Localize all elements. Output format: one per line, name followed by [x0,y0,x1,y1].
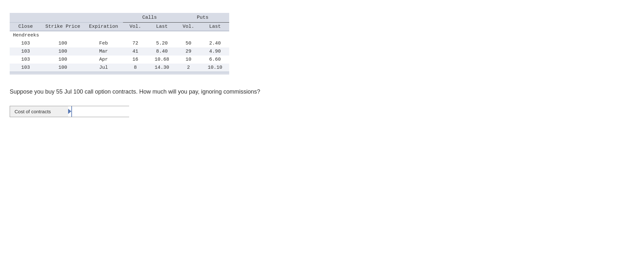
cell-strike: 100 [42,47,84,56]
cell-strike: 100 [42,64,84,72]
cell-strike: 100 [42,39,84,47]
puts-header: Puts [176,13,229,23]
subheader-calls-last: Last [148,23,176,31]
cell-strike: 100 [42,56,84,64]
cell-close: 103 [10,56,42,64]
cost-of-contracts-input[interactable] [71,106,137,117]
cell-calls-vol: 16 [123,56,148,64]
input-arrow-icon [68,109,71,114]
cell-puts-vol: 2 [176,64,201,72]
cell-puts-vol: 50 [176,39,201,47]
cell-puts-vol: 10 [176,56,201,64]
cell-expiration: Jul [84,64,123,72]
cell-close: 103 [10,39,42,47]
header-empty-expiration [84,13,123,23]
cell-calls-last: 14.30 [148,64,176,72]
header-empty-close [10,13,42,23]
cell-puts-last: 4.90 [201,47,229,56]
cost-of-contracts-label: Cost of contracts [10,106,68,117]
cell-calls-vol: 8 [123,64,148,72]
table-row: 103 100 Mar 41 8.40 29 4.90 [10,47,229,56]
header-empty-strike [42,13,84,23]
cell-calls-last: 8.40 [148,47,176,56]
subheader-expiration: Expiration [84,23,123,31]
table-row: 103 100 Apr 16 10.68 10 6.60 [10,56,229,64]
subheader-calls-vol: Vol. [123,23,148,31]
table-row: 103 100 Feb 72 5.20 50 2.40 [10,39,229,47]
cell-expiration: Feb [84,39,123,47]
cell-expiration: Apr [84,56,123,64]
cell-close: 103 [10,64,42,72]
subheader-puts-vol: Vol. [176,23,201,31]
cell-calls-last: 10.68 [148,56,176,64]
question-text: Suppose you buy 55 Jul 100 call option c… [10,87,634,96]
options-table-container: Calls Puts Close Strike Price Expiration… [10,13,229,75]
cell-puts-last: 2.40 [201,39,229,47]
cell-calls-vol: 72 [123,39,148,47]
subheader-puts-last: Last [201,23,229,31]
cell-calls-vol: 41 [123,47,148,56]
cell-close: 103 [10,47,42,56]
cell-calls-last: 5.20 [148,39,176,47]
cell-puts-last: 10.10 [201,64,229,72]
cell-puts-vol: 29 [176,47,201,56]
subheader-close: Close [10,23,42,31]
cell-expiration: Mar [84,47,123,56]
table-footer-border [10,72,229,75]
subheader-strike-price: Strike Price [42,23,84,31]
cell-puts-last: 6.60 [201,56,229,64]
calls-header: Calls [123,13,176,23]
table-row: 103 100 Jul 8 14.30 2 10.10 [10,64,229,72]
company-name: Hendreeks [10,31,229,39]
options-table: Calls Puts Close Strike Price Expiration… [10,13,229,75]
cost-of-contracts-row: Cost of contracts [10,106,129,117]
